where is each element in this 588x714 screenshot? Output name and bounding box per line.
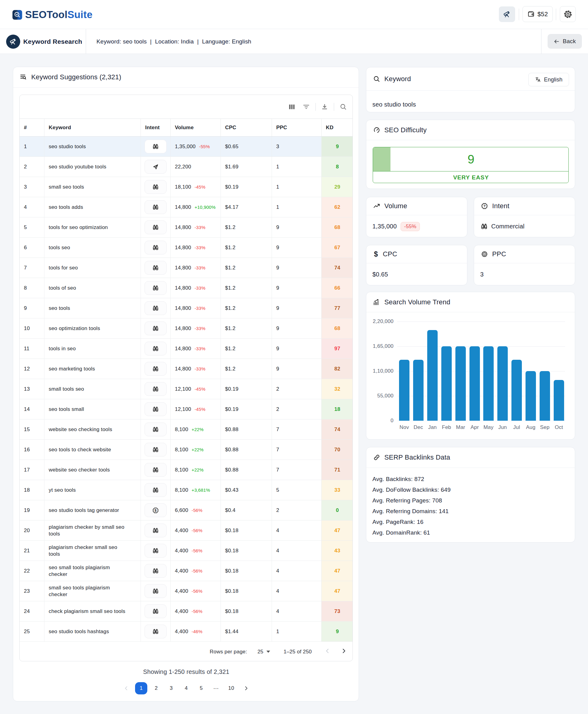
svg-text:?: ?	[483, 204, 485, 208]
svg-text:$: $	[155, 509, 156, 512]
